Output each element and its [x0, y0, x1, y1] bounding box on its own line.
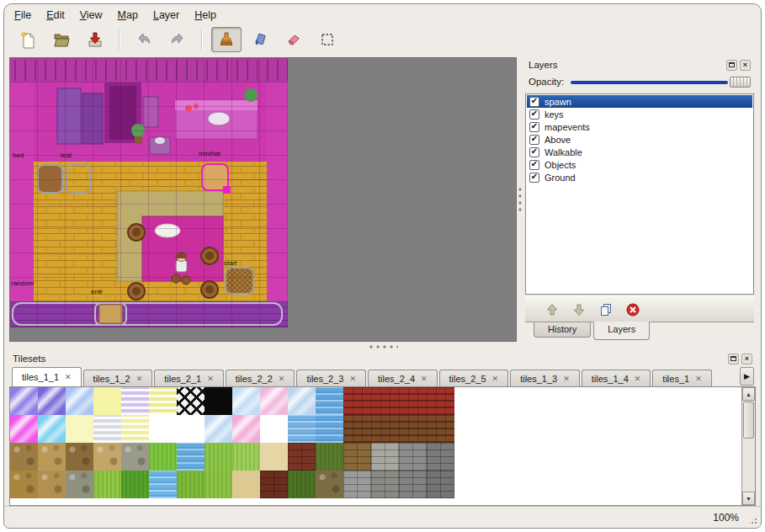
- tileset-tab-tiles_2_1[interactable]: tiles_2_1✕: [154, 370, 224, 386]
- tile-swatch[interactable]: [232, 471, 260, 498]
- menu-map[interactable]: Map: [118, 9, 138, 21]
- tile-swatch[interactable]: [66, 443, 93, 471]
- tileset-tab-tiles_2_2[interactable]: tiles_2_2✕: [226, 370, 295, 386]
- tile-swatch[interactable]: [149, 387, 177, 415]
- tile-swatch[interactable]: [288, 415, 316, 443]
- tile-swatch[interactable]: [371, 471, 399, 498]
- menu-view[interactable]: View: [80, 9, 103, 21]
- open-map-button[interactable]: [46, 27, 77, 52]
- map-canvas[interactable]: bedtestminihatstartrandomentr: [9, 57, 517, 342]
- tile-swatch[interactable]: [427, 443, 454, 471]
- tile-swatch[interactable]: [121, 443, 149, 471]
- scroll-down-button[interactable]: ▼: [742, 492, 755, 505]
- tile-swatch[interactable]: [38, 415, 66, 443]
- tile-swatch[interactable]: [316, 443, 343, 471]
- tile-swatch[interactable]: [260, 387, 288, 415]
- undo-button[interactable]: [129, 27, 159, 52]
- delete-layer-button[interactable]: [624, 301, 641, 318]
- layer-row-Walkable[interactable]: Walkable: [527, 146, 752, 158]
- scroll-up-button[interactable]: ▲: [742, 387, 755, 401]
- tileset-tab-tiles_2_3[interactable]: tiles_2_3✕: [296, 370, 366, 386]
- tile-swatch[interactable]: [399, 387, 427, 415]
- tile-swatch[interactable]: [232, 387, 260, 415]
- tile-swatch[interactable]: [371, 387, 399, 415]
- layer-visibility-checkbox[interactable]: [529, 135, 539, 145]
- layer-row-Above[interactable]: Above: [527, 133, 752, 146]
- tile-swatch[interactable]: [10, 443, 38, 471]
- layer-visibility-checkbox[interactable]: [529, 147, 539, 157]
- tile-swatch[interactable]: [427, 387, 454, 415]
- tab-close-icon[interactable]: ✕: [279, 375, 285, 383]
- tile-swatch[interactable]: [177, 443, 205, 471]
- horizontal-splitter[interactable]: [4, 342, 761, 351]
- tile-swatch[interactable]: [149, 415, 177, 443]
- new-map-button[interactable]: [13, 27, 43, 52]
- close-dock-button[interactable]: ×: [741, 354, 752, 364]
- dock-tab-history[interactable]: History: [534, 322, 591, 338]
- tile-swatch[interactable]: [343, 387, 371, 415]
- tile-swatch[interactable]: [205, 387, 232, 415]
- tile-swatch[interactable]: [38, 443, 66, 471]
- tile-swatch[interactable]: [399, 443, 427, 471]
- layer-row-keys[interactable]: keys: [527, 108, 752, 120]
- eraser-tool-button[interactable]: [279, 27, 309, 52]
- tile-swatch[interactable]: [343, 443, 371, 471]
- tab-close-icon[interactable]: ✕: [695, 375, 702, 383]
- tab-close-icon[interactable]: ✕: [349, 375, 356, 383]
- tab-close-icon[interactable]: ✕: [65, 373, 72, 381]
- float-dock-button[interactable]: [726, 60, 737, 71]
- tile-swatch[interactable]: [149, 471, 177, 498]
- tile-swatch[interactable]: [399, 471, 427, 498]
- tile-swatch[interactable]: [121, 471, 149, 498]
- save-map-button[interactable]: [80, 27, 110, 52]
- tile-swatch[interactable]: [343, 415, 371, 443]
- tile-swatch[interactable]: [10, 387, 38, 415]
- layer-row-Ground[interactable]: Ground: [527, 171, 752, 184]
- tile-swatch[interactable]: [177, 415, 205, 443]
- tile-swatch[interactable]: [66, 471, 93, 498]
- opacity-slider[interactable]: [571, 76, 751, 88]
- redo-button[interactable]: [162, 27, 193, 52]
- rect-select-tool-button[interactable]: [312, 27, 343, 52]
- tile-swatch[interactable]: [10, 415, 38, 443]
- tile-swatch[interactable]: [93, 415, 121, 443]
- tileset-scrollbar[interactable]: ▲ ▼: [741, 387, 755, 505]
- tile-swatch[interactable]: [371, 415, 399, 443]
- tab-close-icon[interactable]: ✕: [207, 375, 214, 383]
- opacity-slider-handle[interactable]: [730, 77, 751, 88]
- tile-swatch[interactable]: [288, 443, 316, 471]
- tile-swatch[interactable]: [205, 415, 232, 443]
- float-dock-button[interactable]: [728, 354, 739, 364]
- tile-swatch[interactable]: [371, 443, 399, 471]
- tileset-tab-tiles_1_3[interactable]: tiles_1_3✕: [510, 370, 580, 386]
- menu-help[interactable]: Help: [194, 9, 216, 21]
- raise-layer-button[interactable]: [544, 301, 560, 318]
- tile-swatch[interactable]: [149, 443, 177, 471]
- layer-visibility-checkbox[interactable]: [529, 173, 539, 183]
- tile-swatch[interactable]: [427, 471, 454, 498]
- tileset-tab-tiles_1_4[interactable]: tiles_1_4✕: [582, 370, 651, 386]
- tab-close-icon[interactable]: ✕: [421, 375, 428, 383]
- tile-swatch[interactable]: [205, 443, 232, 471]
- menu-file[interactable]: File: [14, 9, 31, 21]
- tile-swatch[interactable]: [427, 415, 454, 443]
- tile-swatch[interactable]: [121, 387, 149, 415]
- layer-visibility-checkbox[interactable]: [529, 109, 539, 120]
- tab-close-icon[interactable]: ✕: [635, 375, 641, 383]
- scroll-tabs-right-button[interactable]: ▶: [740, 367, 754, 386]
- tile-swatch[interactable]: [205, 471, 232, 498]
- tile-swatch[interactable]: [232, 415, 260, 443]
- tile-swatch[interactable]: [121, 415, 149, 443]
- tile-swatch[interactable]: [316, 415, 343, 443]
- tile-swatch[interactable]: [316, 387, 343, 415]
- tile-swatch[interactable]: [93, 387, 121, 415]
- tile-swatch[interactable]: [316, 471, 343, 498]
- layer-row-spawn[interactable]: spawn: [527, 95, 752, 108]
- tab-close-icon[interactable]: ✕: [563, 375, 570, 383]
- tile-swatch[interactable]: [232, 443, 260, 471]
- fill-tool-button[interactable]: [245, 27, 275, 52]
- layer-visibility-checkbox[interactable]: [529, 160, 539, 170]
- tile-swatch[interactable]: [38, 471, 66, 498]
- tab-close-icon[interactable]: ✕: [136, 375, 143, 383]
- vertical-splitter[interactable]: [517, 57, 523, 342]
